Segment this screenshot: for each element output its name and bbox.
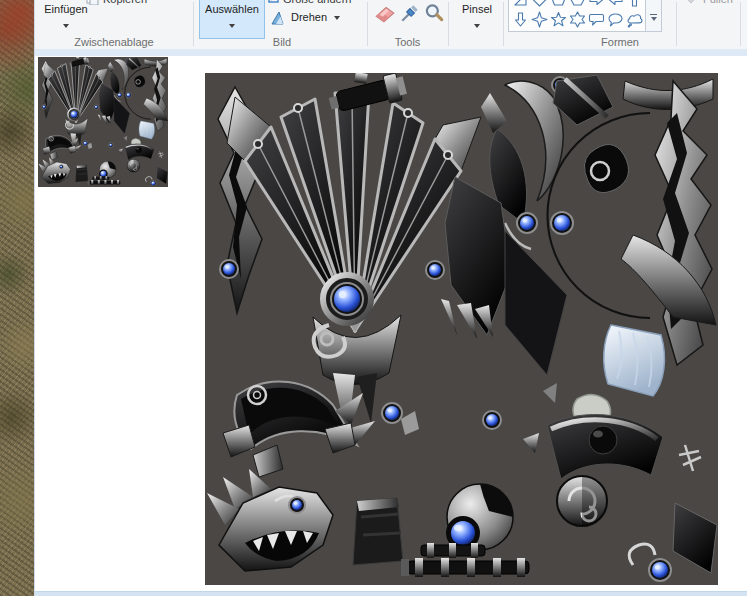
shape-hexagon-icon[interactable] bbox=[568, 0, 587, 8]
armor-texture-canvas[interactable] bbox=[205, 73, 718, 585]
clipboard-group-label: Zwischenablage bbox=[37, 36, 191, 48]
paste-dropdown-caret bbox=[63, 24, 69, 28]
color-picker-tool-button[interactable] bbox=[399, 2, 421, 24]
select-button[interactable]: Auswählen bbox=[199, 0, 265, 39]
shapes-gallery-more-button[interactable] bbox=[645, 0, 661, 31]
select-dropdown-caret bbox=[229, 24, 235, 28]
shape-callout-rounded-rect-icon[interactable] bbox=[587, 11, 606, 28]
shape-arrow-left-icon[interactable] bbox=[606, 0, 625, 8]
shape-callout-oval-icon[interactable] bbox=[606, 11, 625, 28]
tools-group-label: Tools bbox=[367, 36, 448, 48]
rotate-label: Drehen bbox=[291, 11, 327, 23]
color-picker-icon bbox=[399, 2, 421, 24]
paint-window: Einfügen Kopieren Zwischenablage Auswähl… bbox=[34, 0, 747, 596]
shapes-row-partial bbox=[511, 0, 644, 8]
shape-star-5-icon[interactable] bbox=[549, 11, 568, 28]
shape-arrow-right-icon[interactable] bbox=[587, 0, 606, 8]
ribbon: Einfügen Kopieren Zwischenablage Auswähl… bbox=[35, 0, 747, 49]
magnifier-tool-button[interactable] bbox=[423, 2, 445, 24]
group-separator bbox=[676, 2, 677, 46]
paste-button[interactable]: Einfügen bbox=[37, 0, 95, 38]
rotate-dropdown-caret bbox=[334, 16, 340, 20]
shape-right-triangle-icon[interactable] bbox=[511, 0, 530, 8]
fill-icon bbox=[685, 0, 698, 4]
canvas-workarea[interactable] bbox=[35, 56, 747, 591]
shapes-gallery[interactable] bbox=[508, 0, 662, 32]
ribbon-bottom-edge bbox=[35, 49, 747, 56]
select-label: Auswählen bbox=[200, 3, 264, 15]
fill-button[interactable]: Füllen bbox=[703, 0, 733, 5]
copy-icon bbox=[86, 0, 99, 5]
shape-star-6-icon[interactable] bbox=[568, 11, 587, 28]
group-separator bbox=[448, 2, 449, 46]
eraser-icon bbox=[374, 2, 396, 24]
shape-arrow-up-icon[interactable] bbox=[625, 0, 644, 8]
window-bottom-strip bbox=[35, 591, 747, 596]
shape-diamond-icon[interactable] bbox=[530, 0, 549, 8]
copy-button[interactable]: Kopieren bbox=[103, 0, 147, 5]
magnifier-icon bbox=[423, 2, 445, 24]
eraser-tool-button[interactable] bbox=[374, 2, 396, 24]
image-group-label: Bild bbox=[199, 36, 365, 48]
shapes-group-label: Formen bbox=[580, 36, 660, 48]
rotate-icon bbox=[271, 10, 287, 26]
shape-star-4-icon[interactable] bbox=[530, 11, 549, 28]
gallery-more-icon bbox=[650, 14, 657, 15]
gallery-more-caret-icon bbox=[651, 17, 657, 21]
armor-texture-thumbnail[interactable] bbox=[38, 57, 168, 187]
brushes-button[interactable]: Pinsel bbox=[453, 0, 501, 38]
group-separator bbox=[193, 2, 194, 46]
shape-arrow-down-icon[interactable] bbox=[511, 11, 530, 28]
desktop-wallpaper-strip bbox=[0, 0, 34, 596]
brushes-dropdown-caret bbox=[474, 24, 480, 28]
shape-pentagon-icon[interactable] bbox=[549, 0, 568, 8]
shapes-row bbox=[511, 11, 644, 28]
brushes-label: Pinsel bbox=[453, 3, 501, 15]
shape-callout-cloud-icon[interactable] bbox=[625, 11, 644, 28]
group-separator bbox=[503, 2, 504, 46]
group-separator bbox=[740, 2, 741, 46]
resize-button[interactable]: Größe ändern bbox=[283, 0, 351, 5]
resize-icon bbox=[268, 0, 279, 3]
